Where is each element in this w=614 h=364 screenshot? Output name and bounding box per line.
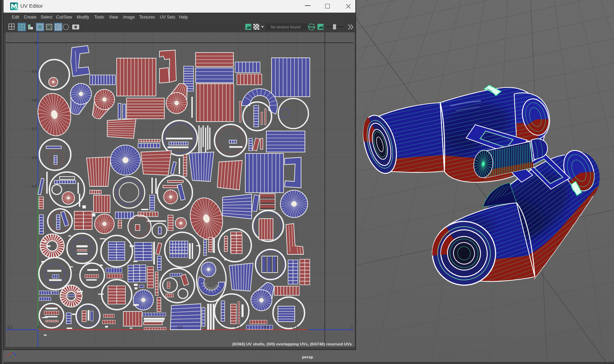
svg-text:0.5: 0.5: [177, 325, 183, 329]
svg-text:0.6: 0.6: [32, 156, 37, 160]
svg-text:0.9: 0.9: [32, 69, 37, 74]
svg-text:0.5: 0.5: [32, 184, 37, 188]
svg-text:RGB: RGB: [309, 26, 315, 29]
svg-text:0: 0: [37, 325, 39, 329]
svg-text:0.7: 0.7: [235, 325, 240, 329]
svg-text:0.8: 0.8: [32, 98, 37, 102]
svg-text:0.9: 0.9: [292, 325, 298, 329]
svg-text:1: 1: [323, 325, 326, 329]
svg-text:persp: persp: [302, 355, 313, 359]
svg-text:0.8: 0.8: [264, 325, 269, 329]
svg-text:x: x: [5, 355, 6, 358]
svg-text:1: 1: [351, 325, 353, 329]
svg-text:1: 1: [35, 41, 37, 45]
svg-text:(0/360) UV shells, (0/0) overl: (0/360) UV shells, (0/0) overlapping UVs…: [232, 342, 352, 346]
svg-text:No texture found: No texture found: [271, 25, 300, 29]
svg-text:0.7: 0.7: [32, 127, 37, 131]
svg-text:-0.1: -0.1: [7, 325, 13, 329]
